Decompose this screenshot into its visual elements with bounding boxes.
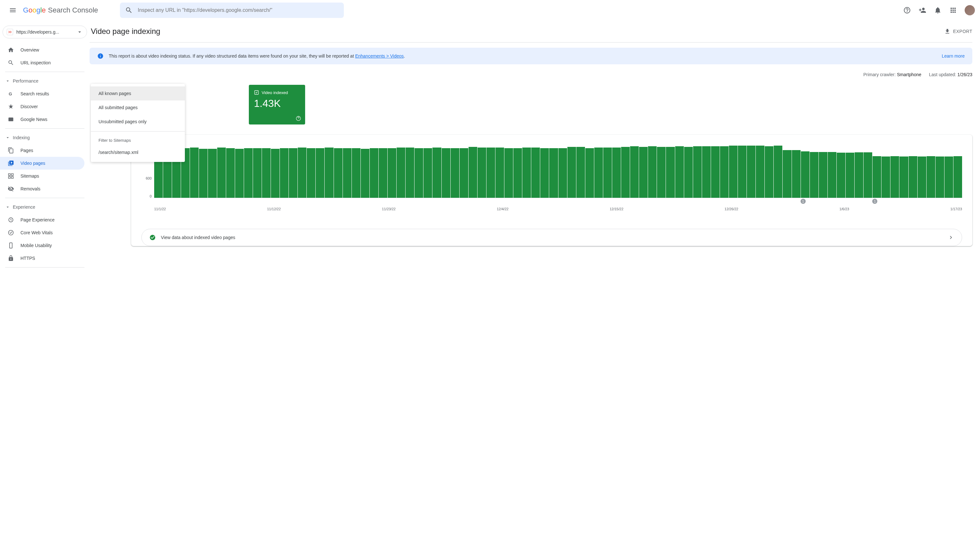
nav-section-experience[interactable]: Experience (0, 201, 89, 214)
chart-bar (361, 149, 369, 198)
chart-bar (370, 148, 379, 198)
nav-mobile-usability[interactable]: Mobile Usability (0, 239, 84, 252)
nav-divider (5, 198, 84, 198)
chart-bar (531, 148, 540, 198)
nav-label: Pages (21, 148, 33, 153)
nav-core-web-vitals[interactable]: Core Web Vitals (0, 226, 84, 239)
chart-bar (289, 148, 298, 198)
nav-section-label: Performance (13, 78, 38, 83)
dropdown-all-submitted[interactable]: All submitted pages (91, 100, 185, 115)
nav-video-pages[interactable]: Video pages (0, 157, 84, 170)
nav-section-indexing[interactable]: Indexing (0, 131, 89, 144)
chart-bar (630, 146, 639, 198)
lock-icon (8, 255, 14, 261)
dropdown-unsubmitted[interactable]: Unsubmitted pages only (91, 115, 185, 129)
home-icon (8, 47, 14, 53)
nav-label: HTTPS (21, 256, 35, 261)
chart-bar (442, 148, 450, 198)
nav-divider (5, 72, 84, 72)
chevron-down-icon (5, 135, 10, 140)
dropdown-sitemap[interactable]: /search/sitemap.xml (91, 145, 185, 159)
chart-annotation[interactable]: 1 (800, 199, 806, 204)
chart-bar (298, 148, 306, 198)
help-button[interactable] (900, 4, 913, 17)
nav-label: URL inspection (21, 60, 51, 65)
video-indexed-metric[interactable]: Video indexed 1.43K (249, 85, 305, 124)
users-button[interactable] (916, 4, 929, 17)
page-title: Video page indexing (91, 27, 160, 36)
metric-label: Video indexed (254, 90, 300, 95)
nav-label: Video pages (21, 161, 45, 166)
chart-bar (415, 148, 423, 198)
chart-bar (711, 146, 720, 198)
help-icon (903, 6, 911, 14)
video-pages-icon (8, 160, 14, 166)
app-logo[interactable]: Google Search Console (23, 6, 98, 14)
nav-page-experience[interactable]: Page Experience (0, 214, 84, 226)
chart-bar (891, 156, 899, 198)
chart-bar (881, 156, 890, 198)
chart-bar (594, 148, 603, 198)
nav-search-results[interactable]: G Search results (0, 88, 84, 100)
property-url: https://developers.g... (16, 29, 73, 35)
nav-overview[interactable]: Overview (0, 43, 84, 56)
nav-section-performance[interactable]: Performance (0, 75, 89, 88)
chart-bar (352, 148, 361, 198)
chart-bar (738, 146, 746, 198)
chart-bar (495, 148, 504, 198)
nav-label: Search results (21, 91, 49, 96)
view-indexed-pages-button[interactable]: View data about indexed video pages (142, 229, 962, 246)
nav-discover[interactable]: Discover (0, 100, 84, 113)
chart-bar (316, 148, 325, 198)
apps-button[interactable] (947, 4, 959, 17)
chart-bar (648, 146, 657, 198)
banner-text: This report is about video indexing stat… (109, 53, 937, 59)
chart-bar (451, 148, 459, 198)
chart-bar (792, 150, 800, 198)
chart-bar (469, 147, 477, 198)
nav-label: Discover (21, 104, 38, 109)
chart-bar (558, 148, 567, 198)
user-avatar[interactable] (965, 5, 975, 15)
app-name: Search Console (48, 6, 98, 14)
svg-text:Google: Google (23, 6, 46, 14)
nav-google-news[interactable]: Google News (0, 113, 84, 126)
chart-bar (864, 152, 872, 198)
search-icon (125, 6, 133, 14)
chart-bar (513, 148, 522, 198)
nav-pages[interactable]: Pages (0, 144, 84, 157)
chevron-down-icon (5, 78, 10, 83)
nav-label: Mobile Usability (21, 243, 52, 248)
url-inspect-search[interactable] (120, 3, 344, 18)
chart-bar (280, 148, 288, 198)
chart-bar (603, 148, 612, 198)
annotation-row: 11 (154, 198, 962, 204)
chart-bar (271, 149, 280, 198)
dropdown-all-known[interactable]: All known pages (91, 86, 185, 100)
search-input[interactable] (138, 7, 339, 13)
nav-sitemaps[interactable]: Sitemaps (0, 170, 84, 182)
chart-bar (918, 156, 926, 198)
chart-annotation[interactable]: 1 (872, 199, 877, 204)
help-icon[interactable] (296, 116, 301, 121)
chart-bar (460, 148, 468, 198)
chart-bar (783, 150, 791, 198)
chart-bar (487, 148, 495, 198)
nav-https[interactable]: HTTPS (0, 252, 84, 265)
chart-bar (585, 148, 594, 198)
chevron-right-icon (948, 234, 954, 241)
nav-url-inspection[interactable]: URL inspection (0, 56, 84, 69)
hamburger-menu-button[interactable] (5, 3, 21, 18)
property-selector[interactable]: https://developers.g... (3, 25, 87, 38)
chart-bar (819, 152, 827, 198)
chart-bar (217, 148, 226, 198)
nav-removals[interactable]: Removals (0, 182, 84, 195)
chart-bar (693, 146, 702, 198)
export-button[interactable]: EXPORT (944, 28, 972, 35)
chart-bar (756, 146, 764, 198)
learn-more-link[interactable]: Learn more (942, 53, 965, 59)
notifications-button[interactable] (931, 4, 944, 17)
sidebar: https://developers.g... Overview URL ins… (0, 21, 89, 537)
chart-bar (612, 148, 621, 198)
enhancements-link[interactable]: Enhancements > Videos (355, 53, 404, 59)
